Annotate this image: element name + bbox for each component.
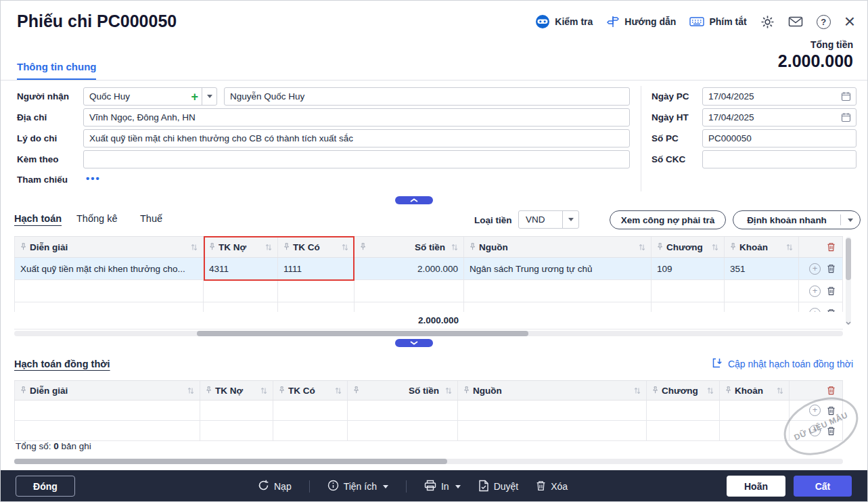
add-row-icon[interactable]: + [809, 286, 821, 297]
tab-general-info[interactable]: Thông tin chung [17, 61, 96, 81]
collapse-bottom-button[interactable] [395, 339, 433, 347]
cell-empty[interactable] [14, 401, 200, 420]
cell-empty[interactable] [355, 302, 464, 312]
date-pc-input[interactable] [703, 91, 836, 101]
col-header-khoan[interactable]: Khoản [725, 237, 799, 257]
col-header-so-tien[interactable]: Số tiền [355, 237, 464, 257]
col-header-chuong[interactable]: Chương [647, 381, 720, 400]
vertical-scrollbar-thumb[interactable] [846, 238, 851, 280]
update-simultaneous-button[interactable]: Cập nhật hạch toán đồng thời [712, 357, 853, 371]
sort-icon[interactable] [451, 244, 458, 251]
help-icon[interactable]: ? [817, 15, 831, 29]
cell-empty[interactable] [720, 401, 790, 420]
sort-icon[interactable] [777, 387, 783, 394]
cell-item[interactable]: 351 [725, 258, 799, 279]
calendar-icon[interactable] [836, 91, 856, 101]
sort-icon[interactable] [786, 244, 793, 251]
postpone-button[interactable]: Hoãn [727, 476, 785, 497]
calendar-icon[interactable] [836, 112, 856, 122]
col-header-dien-giai[interactable]: Diễn giải [14, 381, 200, 400]
cell-empty[interactable] [204, 280, 278, 302]
mail-icon[interactable] [788, 16, 803, 28]
quick-entry-dropdown[interactable] [841, 219, 860, 222]
cell-empty[interactable] [647, 421, 720, 440]
check-button[interactable]: Kiểm tra [535, 14, 593, 29]
date-ht-input[interactable] [703, 112, 836, 122]
add-row-icon[interactable]: + [809, 425, 821, 436]
cell-empty[interactable] [278, 280, 355, 302]
delete-all-icon[interactable] [827, 386, 836, 395]
print-button[interactable]: In [424, 480, 461, 493]
recipient-name-input[interactable] [224, 87, 630, 106]
col-header-dien-giai[interactable]: Diễn giải [14, 237, 204, 257]
horizontal-scrollbar[interactable] [14, 459, 843, 464]
cell-empty[interactable] [14, 421, 200, 440]
col-header-tk-no[interactable]: TK Nợ [200, 381, 273, 400]
sort-icon[interactable] [335, 387, 342, 394]
cell-empty[interactable] [725, 280, 799, 302]
col-header-nguon[interactable]: Nguồn [464, 237, 652, 257]
currency-select[interactable]: VND [518, 210, 579, 229]
sort-icon[interactable] [187, 387, 194, 394]
cell-credit-account[interactable]: 1111 [278, 258, 355, 279]
scrollbar-down-arrow[interactable] [846, 321, 851, 325]
cell-empty[interactable] [273, 401, 348, 420]
currency-dropdown-button[interactable] [562, 211, 578, 228]
tab-thong-ke[interactable]: Thống kê [76, 213, 117, 224]
quick-entry-button[interactable]: Định khoản nhanh [733, 210, 861, 229]
tab-thue[interactable]: Thuế [140, 213, 162, 224]
table-row[interactable]: + [14, 401, 843, 421]
horizontal-scrollbar-thumb[interactable] [14, 459, 447, 464]
shortcut-button[interactable]: Phím tắt [689, 16, 746, 28]
cell-empty[interactable] [355, 280, 464, 302]
vertical-scrollbar[interactable] [846, 237, 851, 325]
table-row[interactable]: + [14, 302, 843, 312]
utilities-button[interactable]: Tiện ích [327, 480, 388, 493]
horizontal-scrollbar-thumb[interactable] [197, 331, 528, 336]
cell-empty[interactable] [464, 280, 652, 302]
approve-button[interactable]: Duyệt [478, 480, 519, 494]
add-row-icon[interactable]: + [809, 263, 821, 275]
col-header-tk-co[interactable]: TK Có [273, 381, 348, 400]
cell-empty[interactable] [348, 401, 458, 420]
sort-icon[interactable] [707, 387, 714, 394]
recipient-code-input[interactable] [84, 91, 187, 101]
cell-empty[interactable] [204, 302, 278, 312]
delete-all-icon[interactable] [827, 242, 836, 252]
sort-icon[interactable] [445, 387, 452, 394]
settings-gear-icon[interactable] [760, 15, 775, 29]
recipient-combo[interactable]: + [83, 87, 217, 106]
no-pc-input[interactable] [702, 129, 856, 147]
view-debt-button[interactable]: Xem công nợ phải trả [610, 210, 726, 229]
cell-debit-account[interactable]: 4311 [204, 258, 278, 279]
cell-amount[interactable]: 2.000.000 [355, 258, 464, 279]
reason-input[interactable] [83, 129, 630, 147]
cell-empty[interactable] [273, 421, 348, 440]
cell-empty[interactable] [14, 280, 204, 302]
delete-row-icon[interactable] [827, 426, 836, 436]
cell-description[interactable]: Xuất quỹ tiền mặt chi khen thưởng cho... [14, 258, 204, 279]
date-ht-field[interactable] [702, 108, 856, 127]
reload-button[interactable]: Nạp [258, 480, 292, 493]
cell-empty[interactable] [652, 280, 725, 302]
cell-empty[interactable] [278, 302, 355, 312]
cell-empty[interactable] [647, 401, 720, 420]
cell-empty[interactable] [652, 302, 725, 312]
sort-icon[interactable] [260, 387, 267, 394]
close-icon[interactable]: × [844, 15, 855, 28]
cell-empty[interactable] [464, 302, 652, 312]
sort-icon[interactable] [191, 244, 198, 251]
date-pc-field[interactable] [702, 87, 856, 106]
no-ckc-input[interactable] [702, 150, 856, 168]
sort-icon[interactable] [342, 244, 348, 251]
cell-empty[interactable] [458, 401, 647, 420]
cell-chapter[interactable]: 109 [652, 258, 725, 279]
delete-row-icon[interactable] [827, 406, 836, 415]
col-header-tk-co[interactable]: TK Có [278, 237, 355, 257]
table-row[interactable]: Xuất quỹ tiền mặt chi khen thưởng cho...… [14, 258, 843, 280]
save-button[interactable]: Cất [794, 476, 852, 497]
col-header-chuong[interactable]: Chương [652, 237, 725, 257]
table-row[interactable]: + [14, 421, 843, 441]
add-row-icon[interactable]: + [809, 405, 821, 416]
sort-icon[interactable] [265, 244, 272, 251]
